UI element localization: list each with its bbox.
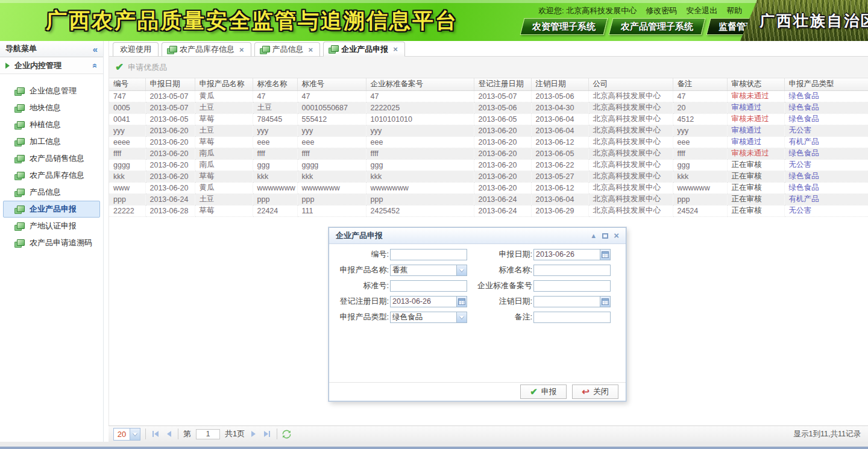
tab-close-icon[interactable]: × [393,45,398,54]
code-input[interactable] [390,249,467,260]
product-declaration-dialog: 企业产品申报 ▲ × 编号: 申报日期: 申报产品名称: 标准名称: [329,227,626,401]
logout-link[interactable]: 安全退出 [686,5,717,16]
dialog-close-icon[interactable]: × [614,233,619,239]
sidebar-collapse-icon[interactable]: « [93,44,98,54]
table-row[interactable]: www 2013-06-20 黄瓜 wwwwwww wwwwwww wwwwww… [109,182,868,193]
sidebar-item[interactable]: 企业信息管理 [3,83,100,99]
sidebar-item[interactable]: 农产品销售信息 [3,150,100,167]
declare-date-input[interactable] [534,250,600,260]
column-header[interactable]: 标准名称 [253,78,297,90]
record-summary: 显示1到11,共11记录 [794,429,863,439]
folder-icon [16,223,24,230]
table-row[interactable]: 0041 2013-06-05 草莓 784545 555412 1010101… [109,113,868,125]
calendar-icon[interactable] [456,297,467,307]
table-row[interactable]: 22222 2013-06-28 草莓 22424 111 2425452 20… [109,205,868,216]
cell-cancel-date: 2013-06-04 [531,125,588,136]
cell-standard-name: eee [253,136,297,148]
tab-inventory[interactable]: 农产品库存信息 × [162,42,251,57]
nav-agri-products-button[interactable]: 农产品管理子系统 [609,18,706,35]
register-date-input[interactable] [391,297,456,307]
app: { "header": { "title": "广西农产品质量安全监管与追溯信息… [0,0,868,449]
table-row[interactable]: kkk 2013-06-20 草莓 kkk kkk kkk 2013-06-20… [109,171,868,182]
table-row[interactable]: yyy 2013-06-20 土豆 yyy yyy yyy 2013-06-20… [109,125,868,136]
calendar-icon[interactable] [600,250,610,260]
column-header[interactable]: 编号 [109,78,145,90]
table-row[interactable]: eeee 2013-06-20 草莓 eee eee eee 2013-06-2… [109,136,868,148]
column-header[interactable]: 审核状态 [727,78,784,90]
column-header[interactable]: 申报日期 [145,78,195,90]
page-size-select[interactable]: 20 [113,428,140,441]
nav-agri-materials-button[interactable]: 农资管理子系统 [520,18,608,35]
sidebar-item[interactable]: 加工信息 [3,133,100,150]
close-button[interactable]: ↩ 关闭 [572,385,618,399]
record-no-input[interactable] [533,280,611,292]
last-page-button[interactable] [262,429,272,439]
sidebar-item[interactable]: 农产品申请追溯码 [3,234,100,251]
folder-icon [16,105,24,111]
column-header[interactable]: 申报产品名称 [195,78,253,90]
first-page-button[interactable] [151,429,160,439]
column-header[interactable]: 备注 [673,78,727,90]
cell-code: 22222 [109,205,145,216]
cancel-date-input[interactable] [534,297,600,307]
table-row[interactable]: ffff 2013-06-20 南瓜 ffff ffff ffff 2013-0… [109,148,868,159]
chevron-down-icon[interactable] [456,265,467,275]
page-size-value: 20 [114,430,130,439]
tab-product-declaration[interactable]: 企业产品申报 × [323,42,405,57]
product-name-select[interactable] [391,265,456,275]
change-password-link[interactable]: 修改密码 [646,5,677,16]
sidebar-item[interactable]: 企业产品申报 [3,201,100,218]
tab-close-icon[interactable]: × [239,45,244,54]
table-row[interactable]: ppp 2013-06-24 土豆 ppp ppp ppp 2013-06-24… [109,193,868,205]
column-header[interactable]: 注销日期 [531,78,588,90]
tab-product-info[interactable]: 产品信息 × [254,42,321,57]
dialog-footer: ✔ 申报 ↩ 关闭 [329,382,626,401]
next-page-button[interactable] [250,429,257,439]
column-header[interactable]: 登记注册日期 [474,78,531,90]
sidebar-item[interactable]: 产品信息 [3,184,100,201]
cell-product-name: 南瓜 [195,159,253,171]
column-header[interactable]: 企业标准备案号 [366,78,474,90]
remark-input[interactable] [533,312,611,323]
calendar-icon[interactable] [600,297,610,307]
submit-button[interactable]: ✔ 申报 [520,385,567,399]
cell-declare-date: 2013-06-05 [145,113,195,125]
sidebar-item[interactable]: 产地认证申报 [3,218,100,234]
dialog-maximize-icon[interactable] [602,233,608,239]
cell-code: kkk [109,171,145,182]
accordion-section-header[interactable]: 企业内控管理 « [0,57,103,74]
dialog-collapse-icon[interactable]: ▲ [590,232,597,239]
prev-page-button[interactable] [165,429,173,439]
sidebar-item[interactable]: 地块信息 [3,99,100,116]
subsystem-nav: 农资管理子系统 农产品管理子系统 监督管理 [522,18,765,35]
tab-welcome[interactable]: 欢迎使用 [113,42,159,57]
page-number-input[interactable] [196,429,220,439]
cell-remark: ggg [673,159,727,171]
cell-status: 审核未通过 [727,90,784,102]
help-link[interactable]: 帮助 [726,5,742,16]
refresh-button[interactable] [282,430,291,439]
table-row[interactable]: 747 2013-05-07 黄瓜 47 47 47 2013-05-07 20… [109,90,868,102]
chevron-down-icon[interactable] [456,312,467,322]
product-type-select[interactable] [391,312,456,322]
standard-name-input[interactable] [533,265,611,276]
cell-record-no: eee [366,136,474,148]
column-header[interactable]: 公司 [588,78,673,90]
cell-declare-date: 2013-06-20 [145,125,195,136]
cell-standard-no: gggg [297,159,366,171]
sidebar-item[interactable]: 农产品库存信息 [3,167,100,184]
column-header[interactable]: 标准号 [297,78,366,90]
dialog-header[interactable]: 企业产品申报 ▲ × [329,228,626,244]
sidebar-item[interactable]: 种植信息 [3,116,100,133]
folder-icon [16,172,24,179]
check-icon: ✔ [530,386,538,397]
section-collapse-icon[interactable]: « [90,63,100,68]
column-header[interactable]: 申报产品类型 [784,78,868,90]
tab-close-icon[interactable]: × [309,45,313,54]
apply-premium-button[interactable]: 申请优质品 [128,62,167,73]
cell-cancel-date: 2013-06-05 [531,148,588,159]
table-row[interactable]: gggg 2013-06-20 南瓜 ggg gggg ggg 2013-06-… [109,159,868,171]
code-label: 编号: [329,249,389,260]
table-row[interactable]: 0005 2013-05-07 土豆 土豆 00010550687 222202… [109,102,868,113]
standard-no-input[interactable] [390,280,467,292]
